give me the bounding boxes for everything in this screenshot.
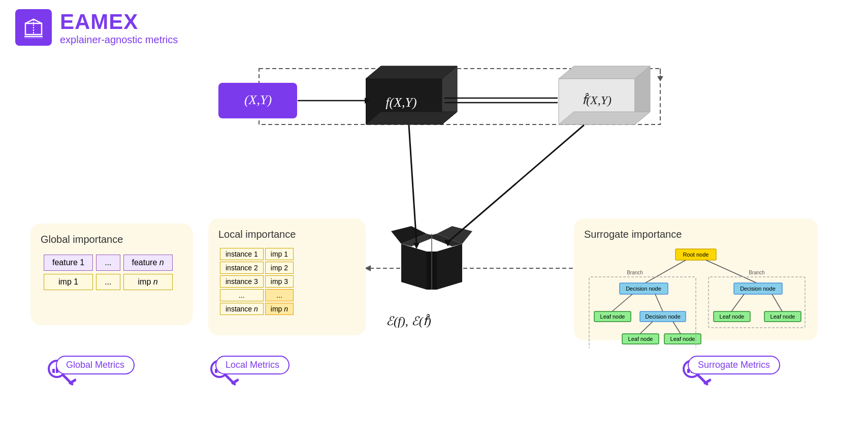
- li-imp-2: imp 2: [265, 262, 294, 274]
- svg-marker-27: [391, 226, 427, 244]
- app-title: EAMEX: [60, 10, 178, 34]
- svg-text:Leaf node: Leaf node: [720, 313, 745, 320]
- gi-header-dots: ...: [96, 255, 120, 271]
- svg-line-87: [705, 380, 710, 383]
- svg-text:Leaf node: Leaf node: [670, 336, 695, 342]
- header: EAMEX explainer-agnostic metrics: [0, 0, 868, 55]
- li-instance-3: instance 3: [220, 275, 264, 288]
- gi-header-n: feature n: [123, 255, 173, 271]
- svg-text:Root node: Root node: [683, 252, 709, 258]
- svg-rect-3: [259, 69, 660, 124]
- surrogate-importance-panel: Surrogate importance Root node Branch Br…: [574, 218, 818, 340]
- surrogate-tree: Root node Branch Branch Decision node De…: [584, 246, 808, 348]
- svg-rect-71: [52, 369, 55, 373]
- li-instance-1: instance 1: [220, 248, 264, 260]
- global-importance-title: Global importance: [41, 234, 183, 245]
- surrogate-metrics-label[interactable]: Surrogate Metrics: [688, 356, 780, 374]
- svg-line-75: [70, 380, 75, 383]
- gi-val-1: imp 1: [44, 274, 93, 290]
- local-metrics-container: Local Metrics: [208, 356, 239, 390]
- svg-rect-14: [218, 83, 297, 118]
- svg-line-32: [447, 125, 584, 243]
- ef-label: ℰ(f), ℰ(f̂): [386, 314, 431, 328]
- svg-marker-17: [365, 98, 370, 104]
- svg-line-62: [640, 322, 653, 334]
- svg-marker-24: [401, 234, 437, 246]
- surrogate-metrics-container: Surrogate Metrics: [681, 356, 711, 390]
- svg-text:Branch: Branch: [749, 270, 765, 275]
- svg-marker-25: [427, 234, 462, 246]
- li-instance-2: instance 2: [220, 262, 264, 274]
- tree-svg: Root node Branch Branch Decision node De…: [584, 246, 808, 348]
- li-imp-3: imp 3: [265, 275, 294, 288]
- li-imp-dots: ...: [265, 289, 294, 301]
- svg-marker-22: [401, 244, 427, 290]
- svg-marker-6: [442, 66, 457, 124]
- header-text: EAMEX explainer-agnostic metrics: [60, 10, 178, 46]
- svg-line-53: [772, 294, 782, 311]
- svg-text:Leaf node: Leaf node: [628, 336, 653, 342]
- svg-line-50: [612, 294, 632, 311]
- local-metrics-label[interactable]: Local Metrics: [215, 356, 290, 374]
- logo-icon: [21, 14, 46, 41]
- svg-text:(X,Y): (X,Y): [244, 92, 272, 107]
- svg-marker-28: [437, 226, 472, 244]
- local-importance-panel: Local importance instance 1 imp 1 instan…: [208, 218, 366, 335]
- local-importance-table: instance 1 imp 1 instance 2 imp 2 instan…: [218, 246, 295, 317]
- gi-val-n: imp n: [123, 274, 173, 290]
- svg-text:Branch: Branch: [627, 270, 643, 275]
- li-instance-dots: ...: [220, 289, 264, 301]
- svg-text:Decision node: Decision node: [626, 286, 661, 292]
- app-subtitle: explainer-agnostic metrics: [60, 34, 178, 46]
- svg-marker-11: [635, 66, 650, 124]
- svg-marker-33: [444, 240, 451, 246]
- svg-marker-12: [559, 112, 650, 124]
- svg-line-63: [673, 322, 681, 334]
- svg-rect-10: [559, 79, 635, 124]
- svg-line-51: [655, 294, 663, 311]
- svg-line-81: [233, 380, 238, 383]
- li-imp-n: imp n: [265, 303, 294, 315]
- surrogate-importance-title: Surrogate importance: [584, 229, 808, 240]
- svg-line-30: [409, 125, 416, 243]
- global-importance-panel: Global importance feature 1 ... feature …: [30, 224, 193, 325]
- svg-line-52: [731, 294, 744, 311]
- li-imp-1: imp 1: [265, 248, 294, 260]
- svg-marker-7: [366, 112, 457, 124]
- svg-marker-4: [366, 66, 457, 79]
- svg-text:Decision node: Decision node: [740, 286, 776, 292]
- svg-text:Leaf node: Leaf node: [600, 313, 625, 320]
- local-importance-title: Local importance: [218, 229, 356, 240]
- svg-marker-23: [437, 244, 462, 290]
- svg-marker-21: [657, 76, 663, 81]
- global-importance-table: feature 1 ... feature n imp 1 ... imp n: [41, 252, 176, 293]
- gi-header-1: feature 1: [44, 255, 93, 271]
- svg-line-44: [645, 260, 686, 283]
- svg-text:f̂(X,Y): f̂(X,Y): [582, 93, 612, 107]
- logo-box: [15, 9, 52, 46]
- svg-rect-5: [366, 79, 442, 124]
- li-instance-n: instance n: [220, 303, 264, 315]
- svg-text:f(X,Y): f(X,Y): [385, 95, 416, 110]
- svg-text:Leaf node: Leaf node: [770, 313, 795, 320]
- global-metrics-container: Global Metrics: [46, 356, 76, 390]
- gi-val-dots: ...: [96, 274, 120, 290]
- svg-marker-26: [427, 252, 437, 290]
- svg-text:Decision node: Decision node: [645, 313, 681, 320]
- svg-marker-9: [559, 66, 650, 79]
- global-metrics-label[interactable]: Global Metrics: [56, 356, 135, 374]
- svg-marker-31: [413, 243, 420, 249]
